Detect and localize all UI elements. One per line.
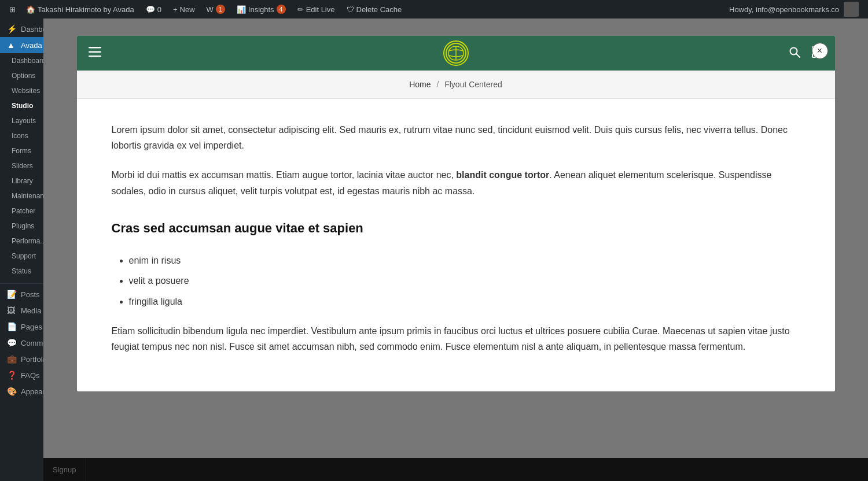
bar-right: Howdy, info@openbookmarks.co [729,2,863,17]
woo-icon: W [207,5,214,14]
sidebar-label-sub-maintenance: Maintenan... [12,192,43,200]
content-heading: Cras sed accumsan augue vitae et sapien [112,217,800,239]
modal-overlay: × [43,18,868,481]
sidebar-sub-maintenance[interactable]: Maintenan... [0,188,43,204]
sidebar-sub-performance[interactable]: Performa... [0,234,43,249]
sidebar-sub-layouts[interactable]: Layouts [0,113,43,128]
sidebar-sub-support[interactable]: Support [0,249,43,264]
sidebar-label-appearance: Appearance [21,387,43,396]
sidebar-sub-websites[interactable]: Websites [0,83,43,98]
sidebar-item-appearance[interactable]: 🎨 Appearance [0,383,43,399]
sidebar-label-dashboard: Dashboard [21,25,43,34]
sidebar-label-sub-options: Options [12,72,35,80]
sidebar-label-sub-layouts: Layouts [12,117,36,125]
sidebar-label-sub-studio: Studio [12,102,33,110]
sidebar-label-sub-sliders: Sliders [12,162,33,170]
portfolio-icon: 💼 [7,354,16,364]
sidebar-label-portfolio: Portfolio [21,355,43,364]
modal-body: Lorem ipsum dolor sit amet, consectetur … [77,99,835,391]
sidebar-sub-library[interactable]: Library [0,173,43,188]
logo-circle [443,40,469,66]
svg-rect-1 [89,51,101,53]
new-bar-item[interactable]: + New [167,0,201,18]
sidebar-label-media: Media [21,306,41,315]
wp-icon: ⊞ [9,5,16,14]
admin-bar: ⊞ 🏠 Takashi Hirakimoto by Avada 💬 0 + Ne… [0,0,868,18]
sidebar-label-sub-dashboard: Dashboard [12,57,43,65]
sidebar-item-pages[interactable]: 📄 Pages [0,319,43,335]
pages-icon: 📄 [7,322,16,331]
plus-icon: + [173,5,178,14]
sidebar-label-sub-status: Status [12,267,31,275]
new-label: New [180,5,195,14]
sidebar-sub-icons[interactable]: Icons [0,128,43,143]
content-paragraph-2: Morbi id dui mattis ex accumsan mattis. … [112,167,800,198]
sidebar-item-media[interactable]: 🖼 Media [0,302,43,319]
delete-cache-icon: 🛡 [347,5,354,14]
sidebar-label-sub-support: Support [12,252,36,260]
edit-live-label: Edit Live [306,5,335,14]
sidebar-item-posts[interactable]: 📝 Posts [0,286,43,302]
search-nav-icon[interactable] [789,46,800,61]
sidebar-label-sub-icons: Icons [12,132,28,140]
sidebar-sub-plugins[interactable]: Plugins [0,219,43,234]
avada-icon: ▲ [7,40,16,50]
edit-live-bar-item[interactable]: ✏ Edit Live [292,0,341,18]
paragraph2-bold: blandit congue tortor [456,170,549,180]
sidebar-sub-dashboard[interactable]: Dashboard [0,53,43,68]
sidebar-item-portfolio[interactable]: 💼 Portfolio [0,351,43,367]
delete-cache-label: Delete Cache [356,5,402,14]
sidebar-sub-sliders[interactable]: Sliders [0,158,43,173]
list-item: fringilla ligula [129,294,800,309]
close-icon: × [817,46,822,56]
paragraph2-pre: Morbi id dui mattis ex accumsan mattis. … [112,170,457,180]
insights-badge: 4 [277,5,286,14]
sidebar-item-comments[interactable]: 💬 Comme... [0,335,43,351]
breadcrumb-current: Flyout Centered [444,80,502,89]
comments-sidebar-icon: 💬 [7,338,16,347]
sidebar-item-dashboard[interactable]: ⚡ Dashboard [0,21,43,37]
howdy-text: Howdy, info@openbookmarks.co [729,5,839,14]
appearance-icon: 🎨 [7,387,16,396]
avatar[interactable] [844,2,859,17]
list-item: enim in risus [129,253,800,268]
sidebar-label-sub-library: Library [12,177,33,185]
comments-icon: 💬 [146,5,155,14]
sidebar-sub-patcher[interactable]: Patcher [0,204,43,219]
media-icon: 🖼 [7,306,16,315]
svg-rect-2 [89,56,101,57]
woo-bar-item[interactable]: W 1 [201,0,231,18]
sidebar-label-sub-websites: Websites [12,87,40,95]
insights-icon: 📊 [237,5,246,14]
breadcrumb-separator: / [436,80,439,89]
site-title-bar-item[interactable]: 🏠 Takashi Hirakimoto by Avada [20,0,140,18]
svg-rect-0 [89,47,101,49]
hamburger-menu-button[interactable] [89,46,101,61]
content-paragraph-1: Lorem ipsum dolor sit amet, consectetur … [112,122,800,153]
site-logo [443,40,469,66]
sidebar-label-posts: Posts [21,290,40,299]
content-list: enim in risus velit a posuere fringilla … [129,253,800,309]
sidebar-label-faqs: FAQs [21,371,40,380]
modal-close-button[interactable]: × [812,43,828,59]
comments-bar-item[interactable]: 💬 0 [140,0,167,18]
sidebar-sub-forms[interactable]: Forms [0,143,43,158]
sidebar-item-avada[interactable]: ▲ Avada [0,37,43,53]
modal-panel: × [77,36,835,391]
svg-line-6 [796,54,800,57]
sidebar-sub-studio[interactable]: Studio [0,98,43,113]
delete-cache-bar-item[interactable]: 🛡 Delete Cache [341,0,408,18]
edit-live-icon: ✏ [297,5,304,14]
comments-count: 0 [157,5,161,14]
dashboard-icon: ⚡ [7,24,16,34]
wp-logo[interactable]: ⊞ [5,0,20,18]
sidebar-sub-options[interactable]: Options [0,68,43,83]
insights-bar-item[interactable]: 📊 Insights 4 [231,0,292,18]
sidebar-sub-status[interactable]: Status [0,264,43,279]
breadcrumb-home[interactable]: Home [409,80,431,89]
insights-label: Insights [248,5,274,14]
sidebar-label-avada: Avada [21,41,42,50]
list-item: velit a posuere [129,273,800,288]
sidebar-label-comments: Comme... [21,339,43,347]
sidebar-item-faqs[interactable]: ❓ FAQs [0,367,43,383]
